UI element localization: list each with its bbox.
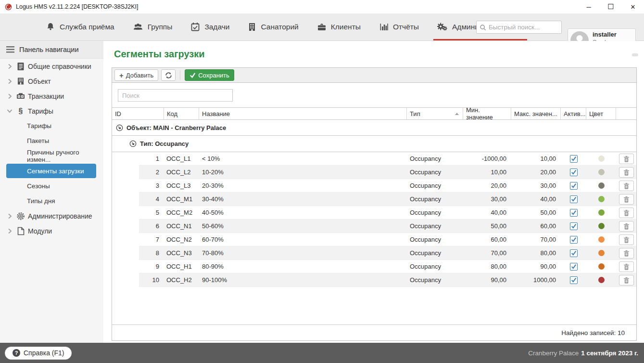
color-dot [598, 263, 605, 270]
table-row[interactable]: 9 OCC_H1 80-90% Occupancy 80,00 90,00 [112, 260, 636, 273]
sidebar-item-tariffs[interactable]: § Тарифы [0, 104, 103, 118]
nav-reports[interactable]: Отчёты [379, 13, 419, 40]
column-header-code[interactable]: Код [164, 108, 199, 119]
delete-button[interactable] [619, 221, 634, 232]
cell-min: 70,00 [463, 246, 511, 259]
main-content: Сегменты загрузки + Добавить Сохранить [103, 41, 644, 343]
quick-search-input[interactable] [489, 24, 574, 31]
column-header-color[interactable]: Цвет [586, 108, 616, 119]
sidebar-item-object[interactable]: Объект [0, 74, 103, 89]
table-row[interactable]: 6 OCC_N1 50-60% Occupancy 50,00 60,00 [112, 220, 636, 233]
active-checkbox[interactable] [570, 155, 578, 163]
sidebar-item-modules[interactable]: Модули [0, 223, 103, 238]
sidebar-item-label: Транзакции [28, 92, 64, 100]
sidebar-item-administration[interactable]: Администрирование [0, 208, 103, 223]
sidebar-item-day-types[interactable]: Типы дня [0, 194, 103, 208]
gears-icon [437, 22, 448, 32]
vertical-scrollbar-thumb[interactable] [632, 53, 638, 56]
cell-code: OCC_L1 [164, 152, 199, 165]
cell-code: OCC_L2 [164, 166, 199, 179]
sidebar-item-transactions[interactable]: Транзакции [0, 89, 103, 104]
cell-max: 70,00 [511, 233, 561, 246]
cell-code: OCC_N2 [164, 233, 199, 246]
table-row[interactable]: 1 OCC_L1 < 10% Occupancy -1000,00 10,00 [112, 152, 636, 166]
add-button[interactable]: + Добавить [114, 69, 158, 81]
sidebar-header[interactable]: Панель навигации [0, 41, 103, 59]
cell-min: 50,00 [463, 220, 511, 233]
sidebar-item-seasons[interactable]: Сезоны [0, 179, 103, 194]
active-checkbox[interactable] [570, 263, 578, 271]
delete-button[interactable] [619, 207, 634, 218]
sidebar-item-label: Модули [28, 227, 52, 235]
group-row-type[interactable]: Тип: Occupancy [112, 136, 636, 152]
close-button[interactable]: ✕ [622, 0, 644, 13]
active-checkbox[interactable] [570, 276, 578, 284]
window-titlebar: Logus HMS v2.11.2.224 [DESKTOP-38SJ2KI] … [0, 0, 644, 13]
cell-max: 90,00 [511, 260, 561, 273]
delete-button[interactable] [619, 194, 634, 205]
table-row[interactable]: 7 OCC_N2 60-70% Occupancy 60,00 70,00 [112, 233, 636, 246]
cell-max: 40,00 [511, 193, 561, 206]
active-checkbox[interactable] [570, 209, 578, 217]
delete-button[interactable] [619, 167, 634, 178]
active-checkbox[interactable] [570, 195, 578, 203]
group-collapse-icon [129, 140, 137, 147]
delete-button[interactable] [619, 154, 634, 164]
delete-button[interactable] [619, 234, 634, 245]
cell-max: 50,00 [511, 206, 561, 219]
column-header-name[interactable]: Название [199, 108, 407, 119]
sidebar-item-label: Объект [28, 78, 51, 85]
nav-clients[interactable]: Клиенты [317, 13, 361, 40]
status-bar: ? Справка (F1) Cranberry Palace1 сентябр… [0, 343, 644, 363]
table-row[interactable]: 5 OCC_M2 40-50% Occupancy 40,00 50,00 [112, 206, 636, 220]
active-checkbox[interactable] [570, 236, 578, 244]
maximize-button[interactable]: ☐ [600, 0, 622, 13]
grid-search-input[interactable] [118, 89, 233, 102]
nav-groups[interactable]: Группы [133, 13, 173, 40]
delete-button[interactable] [619, 261, 634, 272]
active-checkbox[interactable] [570, 182, 578, 190]
group-row-object[interactable]: Объект: MAIN - Cranberry Palace [112, 120, 636, 136]
save-button[interactable]: Сохранить [185, 69, 234, 81]
cell-code: OCC_L3 [164, 179, 199, 192]
cell-id: 10 [139, 273, 164, 286]
table-row[interactable]: 2 OCC_L2 10-20% Occupancy 10,00 20,00 [112, 166, 636, 179]
status-info: Cranberry Palace1 сентября 2023 г. [528, 350, 638, 357]
column-header-active[interactable]: Актив... [561, 108, 586, 119]
cell-id: 3 [139, 179, 164, 192]
table-row[interactable]: 10 OCC_H2 90-100% Occupancy 90,00 1000,0… [112, 273, 636, 287]
users-icon [133, 22, 143, 32]
active-checkbox[interactable] [570, 222, 578, 230]
sidebar-item-packages[interactable]: Пакеты [0, 133, 103, 148]
column-header-id[interactable]: ID [112, 108, 164, 119]
nav-tasks[interactable]: Задачи [190, 13, 229, 40]
nav-label: Отчёты [393, 23, 419, 31]
column-header-max[interactable]: Макс. значен... [511, 108, 561, 119]
color-dot [598, 223, 605, 229]
cell-name: 70-80% [199, 246, 407, 259]
delete-button[interactable] [619, 275, 634, 285]
cell-id: 1 [139, 152, 164, 165]
sidebar-item-manual-change-reasons[interactable]: Причины ручного измен... [0, 148, 103, 163]
column-header-actions [616, 108, 636, 119]
nav-sanatorium[interactable]: Санаторий [248, 13, 298, 40]
search-icon [480, 24, 486, 31]
sidebar-item-load-segments[interactable]: Сегменты загрузки [6, 164, 96, 178]
column-header-min[interactable]: Мин. значение [463, 108, 511, 119]
active-checkbox[interactable] [570, 169, 578, 176]
refresh-button[interactable] [161, 69, 176, 81]
column-header-type[interactable]: Тип [407, 108, 463, 119]
help-button[interactable]: ? Справка (F1) [5, 347, 72, 360]
cell-name: 10-20% [199, 166, 407, 179]
sidebar-item-directories[interactable]: Общие справочники [0, 59, 103, 74]
nav-front-office[interactable]: Служба приёма [46, 13, 114, 40]
table-row[interactable]: 4 OCC_M1 30-40% Occupancy 30,00 40,00 [112, 193, 636, 206]
minimize-button[interactable]: ─ [578, 0, 600, 13]
table-row[interactable]: 8 OCC_N3 70-80% Occupancy 70,00 80,00 [112, 246, 636, 260]
gear-outline-icon [15, 212, 26, 220]
table-row[interactable]: 3 OCC_L3 20-30% Occupancy 20,00 30,00 [112, 179, 636, 193]
delete-button[interactable] [619, 248, 634, 259]
sidebar-item-tariffs-child[interactable]: Тарифы [0, 118, 103, 133]
delete-button[interactable] [619, 181, 634, 191]
active-checkbox[interactable] [570, 249, 578, 257]
